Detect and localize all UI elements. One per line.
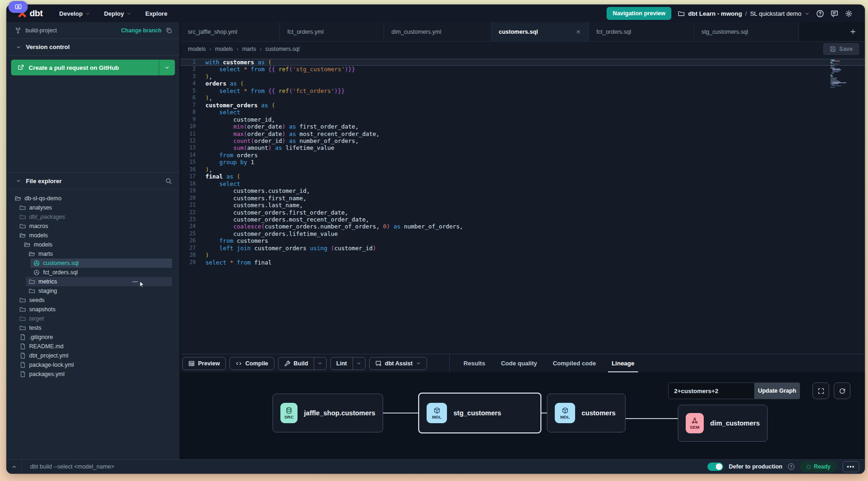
tree-item-marts[interactable]: marts [26, 249, 172, 259]
tree-item-metrics[interactable]: metrics⋯ [26, 277, 172, 286]
project-name: SL quickstart demo [750, 10, 801, 17]
more-options-button[interactable]: ••• [843, 461, 859, 472]
preview-button[interactable]: Preview [182, 357, 226, 370]
search-icon[interactable] [165, 178, 172, 185]
lineage-search-group: Update Graph [668, 382, 800, 399]
tree-item-target[interactable]: target [17, 314, 172, 323]
command-input[interactable]: dbt build --select <model_name> [30, 463, 114, 470]
build-button[interactable]: Build [278, 357, 327, 370]
editor-tab-customers-sql[interactable]: customers.sql [491, 22, 589, 41]
tree-item--gitignore[interactable]: .gitignore [17, 333, 172, 342]
project-switcher[interactable]: dbt Learn - mwong / SL quickstart demo [678, 10, 810, 17]
row-menu-button[interactable]: ⋯ [132, 278, 139, 285]
editor-tab-src-jaffle-shop-yml[interactable]: src_jaffle_shop.yml [180, 22, 280, 41]
menu-develop[interactable]: Develop [59, 10, 90, 17]
gear-icon[interactable] [845, 10, 853, 18]
tree-item-staging[interactable]: staging [26, 286, 172, 296]
tree-item-readme-md[interactable]: README.md [17, 342, 172, 351]
panel-tab-code-quality[interactable]: Code quality [501, 354, 537, 372]
change-branch-link[interactable]: Change branch [121, 27, 161, 34]
tree-item-analyses[interactable]: analyses [17, 203, 172, 212]
pr-dropdown-button[interactable] [159, 60, 175, 75]
version-control-header[interactable]: Version control [6, 39, 180, 56]
main-content: src_jaffle_shop.ymlfct_orders.ymldim_cus… [180, 22, 865, 459]
tree-item-snapshots[interactable]: snapshots [17, 305, 172, 314]
tree-item-packages-yml[interactable]: packages.yml [17, 370, 172, 379]
code-line-7: 7customer_orders as ( [180, 102, 865, 109]
wrench-icon [284, 360, 291, 367]
lineage-node-customers[interactable]: MDLcustomers [547, 394, 626, 432]
command-panel-expand[interactable] [6, 460, 22, 474]
tree-item-models[interactable]: models [17, 231, 172, 240]
editor-tab-stg-customers-sql[interactable]: stg_customers.sql [694, 22, 799, 41]
lineage-node-dim-customers[interactable]: SEMdim_customers [678, 405, 768, 442]
menu-deploy[interactable]: Deploy [104, 10, 131, 17]
file-icon [19, 343, 26, 350]
update-graph-button[interactable]: Update Graph [755, 382, 800, 399]
tree-item-package-lock-yml[interactable]: package-lock.yml [17, 360, 172, 370]
refresh-button[interactable] [834, 382, 850, 399]
line-number: 16 [180, 166, 202, 173]
code-line-27: 27 left join customer_orders using (cust… [180, 245, 865, 252]
assist-icon [375, 360, 382, 367]
editor-tab-fct-orders-sql[interactable]: fct_orders.sql [589, 22, 694, 41]
lineage-node-stg-customers[interactable]: MDLstg_customers [418, 393, 541, 433]
file-explorer-header[interactable]: File explorer [6, 173, 180, 189]
tree-item-customers-sql[interactable]: customers.sql [31, 259, 172, 268]
crumb-0[interactable]: models [188, 46, 206, 52]
tree-item-dbt-project-yml[interactable]: dbt_project.yml [17, 351, 172, 360]
tree-item-db-sl-qs-demo[interactable]: db-sl-qs-demo [12, 194, 172, 203]
code-line-6: 6), [180, 94, 865, 101]
tree-item-models[interactable]: models [21, 240, 172, 249]
save-button[interactable]: Save [823, 43, 859, 55]
crumb-3[interactable]: customers.sql [265, 46, 299, 52]
crumb-1[interactable]: models [215, 46, 233, 52]
editor-minimap[interactable] [831, 60, 859, 88]
panel-tab-results[interactable]: Results [464, 354, 485, 372]
tree-item-tests[interactable]: tests [17, 323, 172, 333]
dbt-assist-button[interactable]: dbt Assist [369, 357, 427, 370]
lineage-node-jaffle-shop-customers[interactable]: SRCjaffle_shop.customers [273, 394, 383, 432]
file-icon [19, 362, 26, 368]
feedback-icon[interactable] [831, 10, 838, 18]
fullscreen-button[interactable] [812, 382, 829, 399]
code-editor[interactable]: 1with customers as (2 select * from {{ r… [180, 56, 865, 354]
action-label: Build [294, 360, 308, 367]
line-number: 8 [180, 109, 202, 116]
tree-item-label: snapshots [29, 306, 56, 313]
save-icon [830, 46, 836, 52]
copy-icon[interactable] [166, 27, 172, 34]
panel-tab-lineage[interactable]: Lineage [612, 354, 634, 372]
defer-toggle[interactable] [707, 462, 723, 471]
tree-item-dbt-packages[interactable]: dbt_packages [17, 212, 172, 222]
tree-item-seeds[interactable]: seeds [17, 296, 172, 305]
new-tab-button[interactable] [849, 28, 856, 35]
lineage-canvas[interactable]: Update Graph SRCjaffle_shop.customersMDL… [180, 372, 865, 459]
create-pr-button[interactable]: Create a pull request on GitHub [11, 60, 175, 75]
line-number: 11 [180, 130, 202, 137]
lint-button[interactable]: Lint [330, 357, 366, 370]
editor-tab-fct-orders-yml[interactable]: fct_orders.yml [280, 22, 384, 41]
panel-tabs: ResultsCode qualityCompiled codeLineage [449, 354, 634, 372]
close-icon[interactable] [576, 29, 581, 35]
compile-button[interactable]: Compile [229, 357, 274, 370]
defer-help-icon[interactable]: ? [788, 463, 794, 470]
code-line-19: 19 customers.customer_id, [180, 187, 865, 194]
dropdown-caret-button[interactable] [353, 358, 365, 370]
node-name: stg_customers [453, 409, 501, 417]
crumb-2[interactable]: marts [242, 46, 256, 52]
ready-dot-icon [806, 465, 811, 469]
node-badge-mdl: MDL [555, 403, 575, 423]
tree-item-fct-orders-sql[interactable]: fct_orders.sql [31, 268, 172, 277]
external-link-icon [18, 64, 24, 71]
node-name: dim_customers [710, 419, 760, 427]
menu-explore[interactable]: Explore [145, 10, 167, 17]
dropdown-caret-button[interactable] [314, 358, 326, 370]
panel-tab-compiled-code[interactable]: Compiled code [553, 354, 596, 372]
navigation-preview-button[interactable]: Navigation preview [607, 7, 671, 20]
editor-tab-dim-customers-yml[interactable]: dim_customers.yml [384, 22, 491, 41]
badge-label: MDL [432, 414, 442, 419]
tree-item-macros[interactable]: macros [17, 222, 172, 231]
lineage-search-input[interactable] [668, 382, 755, 399]
help-icon[interactable] [816, 10, 824, 18]
